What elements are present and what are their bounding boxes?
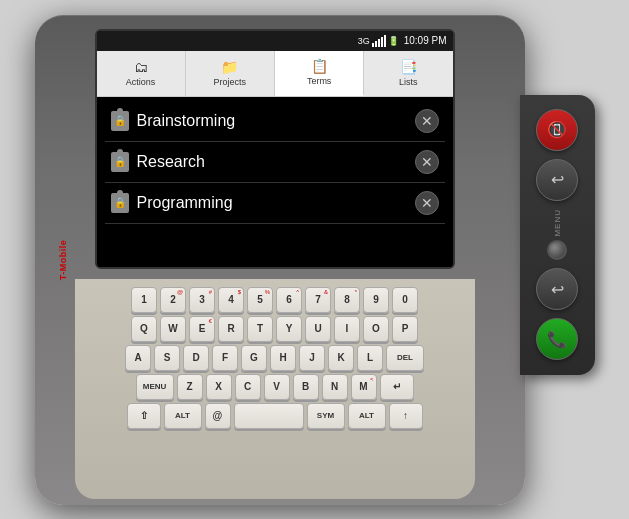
key-9[interactable]: 9	[363, 287, 389, 313]
key-at[interactable]: @	[205, 403, 231, 429]
item-text-brainstorming: Brainstorming	[137, 112, 236, 130]
item-delete-btn-1[interactable]: ✕	[415, 109, 439, 133]
key-7[interactable]: 7&	[305, 287, 331, 313]
back-button[interactable]: ↩	[536, 159, 578, 201]
key-6[interactable]: 6^	[276, 287, 302, 313]
key-m[interactable]: M<	[351, 374, 377, 400]
key-w[interactable]: W	[160, 316, 186, 342]
battery-icon: 🔋	[388, 36, 399, 46]
key-r[interactable]: R	[218, 316, 244, 342]
key-row-numbers: 1 2@ 3# 4$ 5% 6^ 7& 8* 9 0	[85, 287, 465, 313]
key-row-asdf: A S D F G H J K L DEL	[85, 345, 465, 371]
key-row-qwerty: Q W E€ R T Y U I O P	[85, 316, 465, 342]
item-delete-btn-3[interactable]: ✕	[415, 191, 439, 215]
key-row-bottom: ⇧ ALT @ SYM ALT ↑	[85, 403, 465, 429]
key-e[interactable]: E€	[189, 316, 215, 342]
key-l[interactable]: L	[357, 345, 383, 371]
key-v[interactable]: V	[264, 374, 290, 400]
key-5[interactable]: 5%	[247, 287, 273, 313]
key-f[interactable]: F	[212, 345, 238, 371]
key-alt-right[interactable]: ALT	[348, 403, 386, 429]
key-d[interactable]: D	[183, 345, 209, 371]
status-icons: 3G 🔋 10:09 PM	[358, 35, 447, 47]
call-icon: 📞	[547, 330, 567, 349]
key-b[interactable]: B	[293, 374, 319, 400]
terms-icon: 📋	[311, 58, 328, 74]
key-q[interactable]: Q	[131, 316, 157, 342]
tab-projects[interactable]: 📁 Projects	[186, 51, 275, 96]
key-2[interactable]: 2@	[160, 287, 186, 313]
status-bar: 3G 🔋 10:09 PM	[97, 31, 453, 51]
key-n[interactable]: N	[322, 374, 348, 400]
tab-terms-label: Terms	[307, 76, 332, 86]
key-y[interactable]: Y	[276, 316, 302, 342]
nav-back-icon: ↩	[551, 280, 564, 299]
key-k[interactable]: K	[328, 345, 354, 371]
keyboard: 1 2@ 3# 4$ 5% 6^ 7& 8* 9 0 Q W E€ R T Y …	[75, 279, 475, 499]
key-4[interactable]: 4$	[218, 287, 244, 313]
key-h[interactable]: H	[270, 345, 296, 371]
key-shift[interactable]: ⇧	[127, 403, 161, 429]
menu-label: MENU	[553, 209, 562, 237]
tab-lists[interactable]: 📑 Lists	[364, 51, 452, 96]
item-delete-btn-2[interactable]: ✕	[415, 150, 439, 174]
tab-terms[interactable]: 📋 Terms	[275, 51, 364, 96]
key-s[interactable]: S	[154, 345, 180, 371]
key-enter[interactable]: ↵	[380, 374, 414, 400]
key-menu[interactable]: MENU	[136, 374, 174, 400]
key-t[interactable]: T	[247, 316, 273, 342]
key-j[interactable]: J	[299, 345, 325, 371]
list-item-left: 🔒 Programming	[111, 193, 233, 213]
side-panel: 📵 ↩ MENU ↩ 📞	[520, 95, 595, 375]
list-item[interactable]: 🔒 Brainstorming ✕	[105, 101, 445, 142]
key-p[interactable]: P	[392, 316, 418, 342]
item-icon: 🔒	[111, 152, 129, 172]
call-button[interactable]: 📞	[536, 318, 578, 360]
key-row-zxcv: MENU Z X C V B N M< ↵	[85, 374, 465, 400]
key-1[interactable]: 1	[131, 287, 157, 313]
key-3[interactable]: 3#	[189, 287, 215, 313]
item-icon: 🔒	[111, 111, 129, 131]
network-indicator: 3G	[358, 36, 370, 46]
signal-bars	[372, 35, 386, 47]
trackball[interactable]	[547, 240, 567, 260]
key-o[interactable]: O	[363, 316, 389, 342]
lists-icon: 📑	[400, 59, 417, 75]
tab-actions[interactable]: 🗂 Actions	[97, 51, 186, 96]
key-up[interactable]: ↑	[389, 403, 423, 429]
phone-body: T-Mobile 3G 🔋 1	[35, 15, 525, 505]
key-alt-left[interactable]: ALT	[164, 403, 202, 429]
end-call-button[interactable]: 📵	[536, 109, 578, 151]
list-item-left: 🔒 Research	[111, 152, 205, 172]
key-x[interactable]: X	[206, 374, 232, 400]
actions-icon: 🗂	[134, 59, 148, 75]
brand-logo: T-Mobile	[58, 239, 68, 280]
tabs-row: 🗂 Actions 📁 Projects 📋 Terms 📑 Lists	[97, 51, 453, 97]
key-i[interactable]: I	[334, 316, 360, 342]
key-g[interactable]: G	[241, 345, 267, 371]
list-item-left: 🔒 Brainstorming	[111, 111, 236, 131]
key-del[interactable]: DEL	[386, 345, 424, 371]
tab-actions-label: Actions	[126, 77, 156, 87]
list-item[interactable]: 🔒 Research ✕	[105, 142, 445, 183]
key-z[interactable]: Z	[177, 374, 203, 400]
status-time: 10:09 PM	[404, 35, 447, 46]
items-list: 🔒 Brainstorming ✕ 🔒 Research ✕	[97, 97, 453, 267]
key-sym[interactable]: SYM	[307, 403, 345, 429]
key-0[interactable]: 0	[392, 287, 418, 313]
key-a[interactable]: A	[125, 345, 151, 371]
item-text-programming: Programming	[137, 194, 233, 212]
nav-back-button[interactable]: ↩	[536, 268, 578, 310]
key-space[interactable]	[234, 403, 304, 429]
item-icon: 🔒	[111, 193, 129, 213]
end-call-icon: 📵	[547, 120, 567, 139]
back-icon: ↩	[551, 170, 564, 189]
tab-projects-label: Projects	[214, 77, 247, 87]
projects-icon: 📁	[221, 59, 238, 75]
key-8[interactable]: 8*	[334, 287, 360, 313]
phone-device: T-Mobile 3G 🔋 1	[35, 15, 595, 505]
key-u[interactable]: U	[305, 316, 331, 342]
list-item[interactable]: 🔒 Programming ✕	[105, 183, 445, 224]
item-text-research: Research	[137, 153, 205, 171]
key-c[interactable]: C	[235, 374, 261, 400]
